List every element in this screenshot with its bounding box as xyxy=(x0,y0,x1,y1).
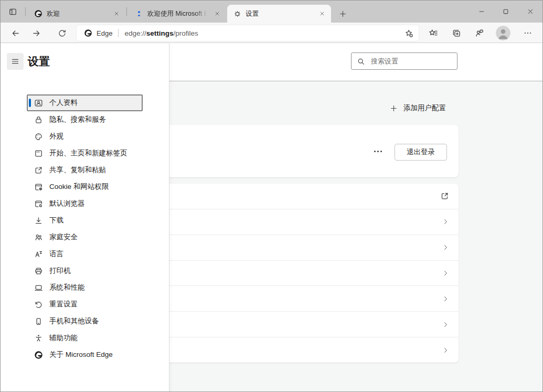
back-button[interactable] xyxy=(8,26,22,40)
sidebar-item-profiles[interactable]: 个人资料 xyxy=(27,94,143,111)
tab-title: 欢迎 xyxy=(47,9,108,18)
profile-badge-icon xyxy=(34,99,43,108)
tab-actions-button[interactable] xyxy=(6,5,19,18)
address-bar[interactable]: Edge edge://settings/profiles xyxy=(77,25,419,41)
tab-title: 设置 xyxy=(246,9,313,18)
refresh-button[interactable] xyxy=(55,26,69,40)
chevron-right-icon xyxy=(442,295,449,302)
sidebar-item-label: 隐私、搜索和服务 xyxy=(49,115,106,124)
chevron-right-icon xyxy=(442,347,449,354)
tab-separator xyxy=(25,7,26,16)
sidebar-item-label: 默认浏览器 xyxy=(49,199,85,208)
close-tab-icon[interactable] xyxy=(112,9,121,18)
add-profile-label: 添加用户配置 xyxy=(403,103,446,113)
sidebar-item-label: 语言 xyxy=(49,249,63,259)
sidebar-item-label: 个人资料 xyxy=(49,98,78,108)
plus-icon xyxy=(339,10,347,18)
avatar xyxy=(496,26,510,40)
external-link-icon xyxy=(440,192,449,200)
window-close-button[interactable] xyxy=(518,1,543,23)
tab-actions-icon xyxy=(8,7,17,16)
sidebar-item-languages[interactable]: 语言 xyxy=(27,246,143,262)
forward-button[interactable] xyxy=(29,26,43,40)
favorites-button[interactable] xyxy=(427,26,440,40)
sidebar-item-reset-settings[interactable]: 重置设置 xyxy=(27,296,143,313)
url-divider xyxy=(118,29,119,37)
tab-welcome-edge[interactable]: 欢迎使用 Microsoft Edge xyxy=(129,5,226,23)
chevron-right-icon xyxy=(442,321,449,328)
new-tab-page-icon xyxy=(34,149,43,158)
profile-avatar-button[interactable] xyxy=(496,26,510,40)
reset-icon xyxy=(34,300,43,309)
close-icon xyxy=(527,8,534,15)
tab-settings[interactable]: 设置 xyxy=(227,5,331,23)
sidebar-item-about-edge[interactable]: 关于 Microsoft Edge xyxy=(27,346,143,363)
phone-icon xyxy=(34,317,43,326)
sidebar-item-downloads[interactable]: 下载 xyxy=(27,212,143,229)
accessibility-icon xyxy=(34,334,43,343)
sidebar-item-share-copy-paste[interactable]: 共享、复制和粘贴 xyxy=(27,162,143,178)
collections-icon xyxy=(452,28,461,38)
favorite-add-button[interactable] xyxy=(403,28,414,38)
blue-dots-icon xyxy=(135,11,143,16)
settings-page: 添加用户配置 退出登录 xyxy=(1,44,542,392)
close-tab-icon[interactable] xyxy=(212,9,222,18)
toolbar: Edge edge://settings/profiles xyxy=(1,23,542,43)
sidebar-item-label: 辅助功能 xyxy=(49,333,78,343)
sidebar-item-label: 系统和性能 xyxy=(49,283,85,292)
palette-icon xyxy=(34,132,43,141)
chevron-right-icon xyxy=(442,218,449,225)
sidebar-item-phone-devices[interactable]: 手机和其他设备 xyxy=(27,313,143,330)
chevron-right-icon xyxy=(442,270,449,277)
sidebar-item-label: 下载 xyxy=(49,216,63,225)
share-icon xyxy=(34,166,43,175)
plus-icon xyxy=(390,104,398,112)
sidebar-item-accessibility[interactable]: 辅助功能 xyxy=(27,330,143,346)
forward-icon xyxy=(32,29,41,38)
sidebar-item-printers[interactable]: 打印机 xyxy=(27,262,143,279)
window-minimize-button[interactable] xyxy=(470,1,494,23)
sidebar-item-default-browser[interactable]: 默认浏览器 xyxy=(27,195,143,212)
sign-out-button[interactable]: 退出登录 xyxy=(395,144,447,161)
browser-essentials-button[interactable] xyxy=(473,26,486,40)
tab-strip: 欢迎 欢迎使用 Microsoft Edge 设置 xyxy=(1,1,542,23)
refresh-icon xyxy=(58,29,67,38)
person-chat-icon xyxy=(475,28,484,38)
browser-window: 欢迎 欢迎使用 Microsoft Edge 设置 xyxy=(0,0,543,392)
search-icon xyxy=(357,57,365,66)
add-profile-button[interactable]: 添加用户配置 xyxy=(390,101,446,115)
edge-logo-icon xyxy=(34,351,43,359)
sidebar-item-label: 手机和其他设备 xyxy=(49,316,99,326)
sidebar-item-privacy[interactable]: 隐私、搜索和服务 xyxy=(27,111,143,128)
sidebar-item-appearance[interactable]: 外观 xyxy=(27,128,143,145)
sidebar-item-label: 家庭安全 xyxy=(49,232,78,242)
profile-more-button[interactable] xyxy=(370,146,385,156)
sidebar-item-start-home-newtab[interactable]: 开始、主页和新建标签页 xyxy=(27,145,143,162)
site-info-button[interactable]: Edge xyxy=(84,29,112,37)
sidebar-item-family-safety[interactable]: 家庭安全 xyxy=(27,229,143,246)
new-tab-button[interactable] xyxy=(336,7,349,20)
sidebar-item-label: 重置设置 xyxy=(49,300,78,309)
minimize-icon xyxy=(478,8,485,15)
settings-nav: 个人资料 隐私、搜索和服务 外观 开始、主页和新建标签页 共享、复制和粘贴 xyxy=(27,94,143,363)
settings-search[interactable] xyxy=(351,52,457,70)
settings-more-button[interactable] xyxy=(521,26,535,40)
edge-logo-icon xyxy=(84,29,92,37)
tab-welcome[interactable]: 欢迎 xyxy=(28,5,125,23)
download-icon xyxy=(34,216,43,225)
menu-button[interactable] xyxy=(7,53,24,70)
sidebar-item-label: 打印机 xyxy=(49,266,71,276)
window-maximize-button[interactable] xyxy=(494,1,518,23)
close-tab-icon[interactable] xyxy=(317,9,327,18)
sidebar-item-system-performance[interactable]: 系统和性能 xyxy=(27,279,143,296)
hamburger-icon xyxy=(11,57,19,66)
chevron-right-icon xyxy=(442,244,449,251)
settings-sidebar: 设置 个人资料 隐私、搜索和服务 外观 开始、主页和新建标签页 xyxy=(1,44,169,392)
collections-button[interactable] xyxy=(450,26,463,40)
languages-icon xyxy=(34,250,43,259)
search-input[interactable] xyxy=(370,57,464,66)
tab-separator xyxy=(126,7,127,16)
printer-icon xyxy=(34,267,43,276)
family-icon xyxy=(34,233,43,242)
sidebar-item-cookies-permissions[interactable]: Cookie 和网站权限 xyxy=(27,178,143,195)
